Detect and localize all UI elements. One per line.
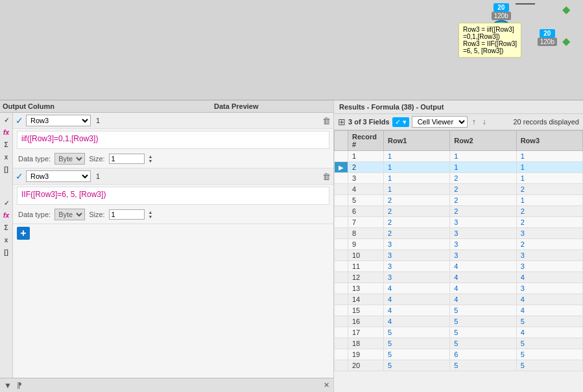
fx-icon[interactable]: fx xyxy=(1,127,12,137)
check-icon[interactable]: ✓ xyxy=(1,115,12,125)
bottom-paragraph-icon[interactable]: ⁋ xyxy=(17,381,22,390)
cell-row2: 5 xyxy=(450,360,516,371)
cell-row1: 4 xyxy=(384,283,450,294)
data-table: Record # Row1 Row2 Row3 1111▶21113121412… xyxy=(334,130,583,371)
dtype-label-1: Data type: xyxy=(18,155,51,163)
cell-row3: 3 xyxy=(516,261,582,272)
size-stepper-1[interactable]: ▲ ▼ xyxy=(149,154,153,163)
cell-record: 4 xyxy=(348,184,384,195)
dtype-select-2[interactable]: Byte xyxy=(54,209,85,220)
formula-1-column-select[interactable]: Row3 xyxy=(26,115,91,126)
row-indicator xyxy=(335,239,348,250)
cell-row1: 3 xyxy=(384,250,450,261)
add-formula-button[interactable]: + xyxy=(17,227,30,240)
cell-row3: 2 xyxy=(516,184,582,195)
cell-row3: 4 xyxy=(516,327,582,338)
row-indicator xyxy=(335,250,348,261)
table-row: 3121 xyxy=(335,173,583,184)
step-up-1[interactable]: ▲ xyxy=(149,154,153,159)
table-row: 19565 xyxy=(335,349,583,360)
formula-2-dtype: Data type: Byte Size: ▲ ▼ xyxy=(13,207,333,224)
formula-1-preview: 1 xyxy=(93,117,191,124)
connector xyxy=(516,3,535,5)
sigma-icon-2[interactable]: Σ xyxy=(1,222,12,233)
table-row: 13443 xyxy=(335,283,583,294)
formula-2-check: ✓ xyxy=(16,172,23,181)
row-indicator xyxy=(335,316,348,327)
x-icon-2[interactable]: x xyxy=(1,235,12,245)
cell-record: 14 xyxy=(348,294,384,305)
step-down-1[interactable]: ▼ xyxy=(149,159,153,163)
cell-record: 15 xyxy=(348,305,384,316)
table-header-row: Record # Row1 Row2 Row3 xyxy=(335,131,583,151)
node-2-badge-bottom: 120b xyxy=(538,38,557,46)
cell-row1: 1 xyxy=(384,173,450,184)
formula-2-column-select[interactable]: Row3 xyxy=(26,170,91,182)
right-panel: Results - Formula (38) - Output ⊞ 3 of 3… xyxy=(334,100,583,392)
line xyxy=(516,3,535,5)
bottom-arrow-icon[interactable]: ▼ xyxy=(4,381,12,390)
fx-icon-2[interactable]: fx xyxy=(1,210,12,220)
cell-row2: 5 xyxy=(450,305,516,316)
table-row: 18555 xyxy=(335,338,583,349)
table-row: 16455 xyxy=(335,316,583,327)
sort-desc-icon[interactable]: ↓ xyxy=(481,117,488,127)
table-row: 17554 xyxy=(335,327,583,338)
table-row: 11343 xyxy=(335,261,583,272)
add-button-row: + xyxy=(13,224,333,242)
cell-record: 19 xyxy=(348,349,384,360)
size-stepper-2[interactable]: ▲ ▼ xyxy=(149,210,153,219)
cell-row2: 4 xyxy=(450,272,516,283)
node-2[interactable]: 20 120b xyxy=(538,29,557,46)
cell-row1: 1 xyxy=(384,162,450,173)
col-header-row2: Row2 xyxy=(450,131,516,151)
viewer-dropdown[interactable]: Cell Viewer xyxy=(412,116,468,128)
cell-row1: 4 xyxy=(384,316,450,327)
cell-row3: 1 xyxy=(516,162,582,173)
cell-row2: 4 xyxy=(450,283,516,294)
bracket-icon-2[interactable]: [] xyxy=(1,247,12,257)
table-row: 9332 xyxy=(335,239,583,250)
table-row: 1111 xyxy=(335,151,583,162)
cell-row3: 1 xyxy=(516,195,582,206)
cell-row3: 5 xyxy=(516,316,582,327)
data-preview-header: Data Preview xyxy=(214,102,331,110)
size-input-2[interactable] xyxy=(109,209,145,220)
table-row: 5221 xyxy=(335,195,583,206)
cell-row1: 2 xyxy=(384,195,450,206)
row-indicator xyxy=(335,294,348,305)
col-header-record: Record # xyxy=(348,131,384,151)
dtype-select-1[interactable]: Byte xyxy=(54,153,85,165)
formula-1-check: ✓ xyxy=(16,116,23,125)
cell-row2: 3 xyxy=(450,250,516,261)
formula-1-trash-icon[interactable]: 🗑 xyxy=(322,116,331,126)
step-up-2[interactable]: ▲ xyxy=(149,210,153,214)
cell-record: 11 xyxy=(348,261,384,272)
cell-row3: 4 xyxy=(516,294,582,305)
sigma-icon[interactable]: Σ xyxy=(1,139,12,150)
data-table-wrapper[interactable]: Record # Row1 Row2 Row3 1111▶21113121412… xyxy=(334,130,583,392)
cell-row1: 5 xyxy=(384,349,450,360)
cell-row3: 1 xyxy=(516,151,582,162)
cell-record: 17 xyxy=(348,327,384,338)
cell-row3: 3 xyxy=(516,250,582,261)
fields-check-dropdown[interactable]: ✓ ▾ xyxy=(392,117,409,127)
size-input-1[interactable] xyxy=(109,154,145,164)
formula-2-trash-icon[interactable]: 🗑 xyxy=(322,172,331,181)
col-header-row3: Row3 xyxy=(516,131,582,151)
cell-row3: 5 xyxy=(516,338,582,349)
cell-row3: 3 xyxy=(516,283,582,294)
check-icon-2[interactable]: ✓ xyxy=(1,198,12,208)
formula-1-text: iif([Row3]=0,1,[Row3]) xyxy=(21,134,98,143)
cell-row3: 4 xyxy=(516,272,582,283)
x-icon[interactable]: x xyxy=(1,152,12,162)
formula-2-expression[interactable]: IIF([Row3]=6, 5, [Row3]) xyxy=(17,187,329,205)
formula-1-expression[interactable]: iif([Row3]=0,1,[Row3]) xyxy=(17,131,329,149)
node-1-badge-bottom: 120b xyxy=(492,12,511,20)
bracket-icon[interactable]: [] xyxy=(1,164,12,174)
cell-row1: 4 xyxy=(384,294,450,305)
bottom-close-icon[interactable]: ✕ xyxy=(324,381,329,389)
step-down-2[interactable]: ▼ xyxy=(149,214,153,219)
cell-row2: 5 xyxy=(450,338,516,349)
sort-asc-icon[interactable]: ↑ xyxy=(470,117,478,127)
